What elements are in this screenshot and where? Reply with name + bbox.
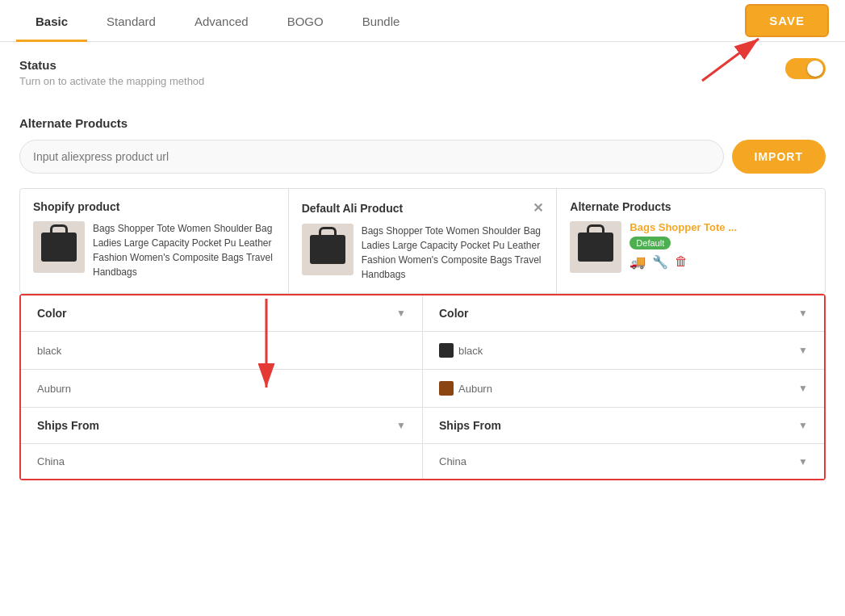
delete-icon[interactable]: 🗑 <box>675 254 688 270</box>
tab-bogo[interactable]: BOGO <box>268 0 343 42</box>
save-button[interactable]: SAVE <box>745 4 829 37</box>
ali-product-item: Bags Shopper Tote Women Shoulder Bag Lad… <box>302 224 544 282</box>
ali-ships-dropdown-icon[interactable]: ▼ <box>798 420 808 431</box>
tab-bundle[interactable]: Bundle <box>343 0 420 42</box>
ali-china-cell: China ▼ <box>423 444 824 479</box>
variant-header-color: Color ▼ Color ▼ <box>21 295 824 332</box>
shopify-china-cell: China <box>21 444 423 479</box>
tab-advanced[interactable]: Advanced <box>175 0 268 42</box>
variant-row-china: China China ▼ <box>21 444 824 479</box>
ali-auburn-dropdown-icon[interactable]: ▼ <box>798 383 808 394</box>
close-ali-icon[interactable]: ✕ <box>533 200 543 216</box>
shopify-column-header: Shopify product <box>33 200 275 213</box>
status-subtitle: Turn on to activate the mapping method <box>19 75 204 87</box>
shopify-ships-from-header: Ships From ▼ <box>21 408 423 443</box>
product-actions: 🚚 🔧 🗑 <box>630 254 737 270</box>
import-row: IMPORT <box>19 140 826 174</box>
alternate-product-thumb <box>570 221 621 273</box>
variant-mapping-section: Color ▼ Color ▼ black black ▼ Auburn <box>19 294 826 480</box>
ali-ships-from-header: Ships From ▼ <box>423 408 824 443</box>
black-color-swatch <box>439 343 454 358</box>
alternate-product-column: Alternate Products Bags Shopper Tote ...… <box>557 189 825 293</box>
default-badge: Default <box>630 237 671 249</box>
ali-color-header: Color ▼ <box>423 295 824 331</box>
variant-row-auburn: Auburn Auburn ▼ <box>21 370 824 408</box>
alt-products-title: Alternate Products <box>19 116 826 130</box>
status-section: Status Turn on to activate the mapping m… <box>19 58 826 100</box>
ali-auburn-cell: Auburn ▼ <box>423 370 824 407</box>
ali-black-cell: black ▼ <box>423 332 824 369</box>
tab-standard[interactable]: Standard <box>87 0 175 42</box>
shopify-color-dropdown-icon[interactable]: ▼ <box>396 308 406 319</box>
shopify-product-item: Bags Shopper Tote Women Shoulder Bag Lad… <box>33 221 275 279</box>
shopify-black-cell: black <box>21 332 423 369</box>
alternate-column-header: Alternate Products <box>570 200 812 213</box>
shopify-product-thumb <box>33 221 85 273</box>
ali-column-header: Default Ali Product ✕ <box>302 200 544 216</box>
status-title: Status <box>19 58 204 72</box>
shopify-ships-dropdown-icon[interactable]: ▼ <box>396 420 406 431</box>
shopify-product-text: Bags Shopper Tote Women Shoulder Bag Lad… <box>93 221 275 279</box>
settings-icon[interactable]: 🔧 <box>652 254 668 270</box>
shopify-auburn-cell: Auburn <box>21 370 423 407</box>
auburn-color-swatch <box>439 381 454 396</box>
main-content: Status Turn on to activate the mapping m… <box>0 42 845 497</box>
ali-product-text: Bags Shopper Tote Women Shoulder Bag Lad… <box>362 224 544 282</box>
shopify-color-header: Color ▼ <box>21 295 423 331</box>
ali-product-column: Default Ali Product ✕ Bags Shopper Tote … <box>289 189 558 293</box>
ali-product-thumb <box>302 224 353 275</box>
shopify-product-column: Shopify product Bags Shopper Tote Women … <box>20 189 289 293</box>
ali-china-dropdown-icon[interactable]: ▼ <box>798 456 808 467</box>
alternate-product-item: Bags Shopper Tote ... Default 🚚 🔧 🗑 <box>570 221 812 273</box>
status-toggle[interactable] <box>785 58 826 79</box>
tabs-bar: Basic Standard Advanced BOGO Bundle SAVE <box>0 0 845 42</box>
tab-basic[interactable]: Basic <box>16 0 87 42</box>
products-columns: Shopify product Bags Shopper Tote Women … <box>19 188 826 294</box>
variant-header-ships-from: Ships From ▼ Ships From ▼ <box>21 408 824 444</box>
alternate-product-name[interactable]: Bags Shopper Tote ... <box>630 221 737 233</box>
variant-row-black: black black ▼ <box>21 332 824 370</box>
aliexpress-url-input[interactable] <box>19 140 724 174</box>
shipping-icon[interactable]: 🚚 <box>630 254 646 270</box>
ali-black-dropdown-icon[interactable]: ▼ <box>798 345 808 356</box>
import-button[interactable]: IMPORT <box>732 140 826 174</box>
ali-color-dropdown-icon[interactable]: ▼ <box>798 308 808 319</box>
